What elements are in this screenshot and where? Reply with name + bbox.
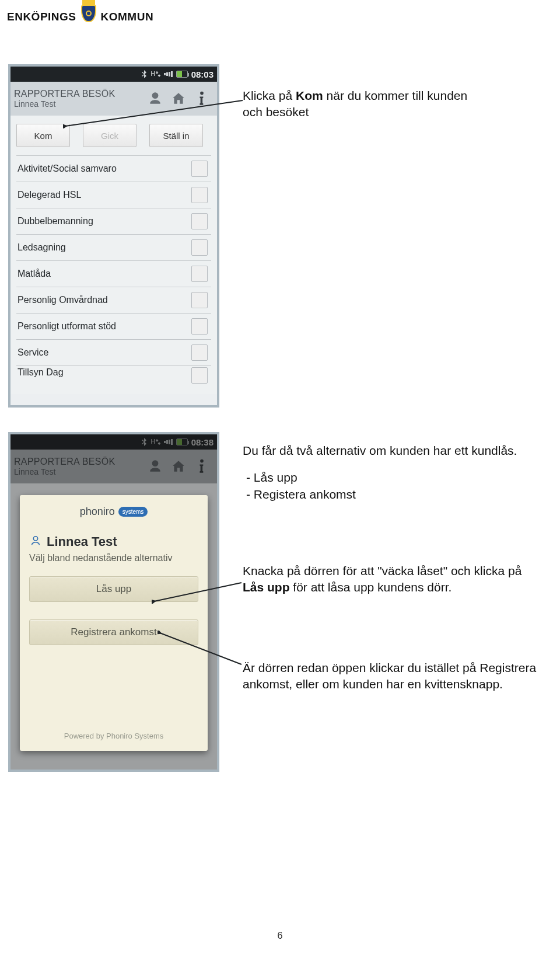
signal-icon — [164, 71, 173, 77]
person-icon[interactable] — [145, 88, 166, 109]
activity-option-label: Matlåda — [18, 269, 51, 279]
activity-option-row[interactable]: Dubbelbemanning — [16, 208, 211, 235]
checkbox[interactable] — [191, 266, 208, 282]
activity-options-list: Aktivitet/Social samvaroDelegerad HSLDub… — [16, 155, 211, 391]
info-icon[interactable] — [191, 88, 212, 109]
crest-icon — [79, 0, 99, 26]
activity-option-label: Tillsyn Dag — [18, 367, 64, 378]
checkbox[interactable] — [191, 213, 208, 229]
checkbox[interactable] — [191, 318, 208, 335]
brand-name: phoniro — [80, 506, 115, 518]
home-icon[interactable] — [168, 88, 189, 109]
battery-icon — [176, 71, 188, 78]
phone-screenshot-2: H 08:38 RAPPORTERA BESÖK Linnea Test pho… — [8, 432, 219, 772]
kom-button[interactable]: Kom — [16, 124, 70, 147]
logo-text-right: KOMMUN — [101, 11, 154, 23]
data-h-icon: H — [150, 71, 160, 77]
list-item: Registera ankomst — [243, 486, 540, 503]
page-header-logo: ENKÖPINGS KOMMUN — [7, 8, 153, 26]
activity-option-label: Service — [18, 347, 48, 358]
alternatives-list: Lås uppRegistera ankomst — [243, 469, 540, 503]
activity-option-label: Dubbelbemanning — [18, 216, 93, 227]
action-button-row: Kom Gick Ställ in — [16, 124, 211, 147]
appbar-subtitle: Linnea Test — [14, 99, 142, 109]
activity-option-label: Delegerad HSL — [18, 190, 81, 200]
checkbox[interactable] — [191, 187, 208, 203]
popup-footer: Powered by Phoniro Systems — [29, 732, 198, 740]
popup-title: Linnea Test — [47, 534, 117, 549]
phoniro-popup: phoniro systems Linnea Test Välj bland n… — [20, 495, 208, 751]
status-bar: H 08:03 — [10, 67, 217, 82]
list-item: Lås upp — [243, 469, 540, 486]
activity-option-row[interactable]: Aktivitet/Social samvaro — [16, 156, 211, 182]
activity-option-label: Ledsagning — [18, 242, 66, 253]
checkbox[interactable] — [191, 344, 208, 361]
logo-text-left: ENKÖPINGS — [7, 11, 76, 23]
activity-option-row[interactable]: Personligt utformat stöd — [16, 314, 211, 340]
gick-button[interactable]: Gick — [83, 124, 136, 147]
brand-pill: systems — [118, 507, 148, 517]
stall-in-button[interactable]: Ställ in — [149, 124, 203, 147]
instruction-kom: Klicka på Kom när du kommer till kunden … — [243, 88, 482, 121]
activity-option-label: Personligt utformat stöd — [18, 321, 116, 332]
app-bar: RAPPORTERA BESÖK Linnea Test — [10, 82, 217, 116]
activity-option-row-clipped[interactable]: Tillsyn Dag — [16, 366, 211, 391]
popup-brand: phoniro systems — [29, 506, 198, 518]
person-outline-icon — [29, 534, 42, 549]
appbar-title: RAPPORTERA BESÖK — [14, 89, 142, 99]
register-arrival-button[interactable]: Registrera ankomst — [29, 619, 198, 645]
checkbox[interactable] — [191, 367, 208, 384]
checkbox[interactable] — [191, 239, 208, 256]
phone-screenshot-1: H 08:03 RAPPORTERA BESÖK Linnea Test Kom… — [8, 64, 219, 408]
activity-option-label: Aktivitet/Social samvaro — [18, 163, 117, 174]
checkbox[interactable] — [191, 292, 208, 308]
activity-option-row[interactable]: Ledsagning — [16, 235, 211, 261]
popup-title-row: Linnea Test — [29, 534, 198, 549]
phone1-body: Kom Gick Ställ in Aktivitet/Social samva… — [10, 116, 217, 394]
instruction-unlock: Knacka på dörren för att "väcka låset" o… — [243, 563, 540, 596]
instruction-alternatives: Du får då två alternativ om kunden har e… — [243, 443, 540, 503]
activity-option-label: Personlig Omvårdnad — [18, 295, 108, 305]
page-number: 6 — [0, 931, 560, 941]
unlock-button[interactable]: Lås upp — [29, 576, 198, 602]
svg-point-0 — [200, 92, 204, 95]
instruction-register: Är dörren redan öppen klickar du iställe… — [243, 660, 540, 693]
clock-label: 08:03 — [191, 69, 214, 79]
bluetooth-icon — [141, 70, 147, 78]
activity-option-row[interactable]: Personlig Omvårdnad — [16, 287, 211, 314]
checkbox[interactable] — [191, 161, 208, 177]
popup-subtitle: Välj bland nedanstående alternativ — [29, 553, 198, 563]
activity-option-row[interactable]: Service — [16, 340, 211, 366]
activity-option-row[interactable]: Delegerad HSL — [16, 182, 211, 208]
activity-option-row[interactable]: Matlåda — [16, 261, 211, 287]
